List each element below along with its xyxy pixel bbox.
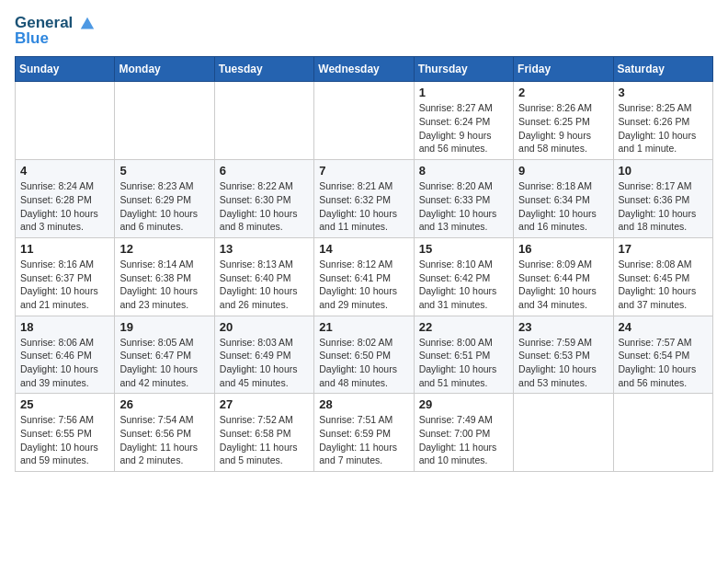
day-detail: Sunrise: 8:24 AM Sunset: 6:28 PM Dayligh… [20, 179, 109, 234]
calendar-cell: 22Sunrise: 8:00 AM Sunset: 6:51 PM Dayli… [414, 316, 513, 394]
day-detail: Sunrise: 8:06 AM Sunset: 6:46 PM Dayligh… [20, 336, 109, 390]
day-number: 3 [619, 86, 708, 99]
day-detail: Sunrise: 8:16 AM Sunset: 6:37 PM Dayligh… [20, 258, 109, 312]
calendar-week-row: 25Sunrise: 7:56 AM Sunset: 6:55 PM Dayli… [16, 394, 713, 472]
day-number: 16 [518, 242, 608, 256]
calendar-cell [16, 82, 115, 160]
day-detail: Sunrise: 7:54 AM Sunset: 6:56 PM Dayligh… [119, 413, 209, 467]
day-detail: Sunrise: 8:21 AM Sunset: 6:32 PM Dayligh… [319, 179, 408, 234]
day-number: 21 [319, 320, 408, 334]
calendar-week-row: 18Sunrise: 8:06 AM Sunset: 6:46 PM Dayli… [16, 316, 713, 394]
day-detail: Sunrise: 8:09 AM Sunset: 6:44 PM Dayligh… [518, 258, 608, 312]
calendar-cell: 5Sunrise: 8:23 AM Sunset: 6:29 PM Daylig… [115, 160, 214, 238]
calendar-cell: 4Sunrise: 8:24 AM Sunset: 6:28 PM Daylig… [16, 160, 115, 238]
day-detail: Sunrise: 8:25 AM Sunset: 6:26 PM Dayligh… [619, 101, 708, 155]
calendar-cell: 8Sunrise: 8:20 AM Sunset: 6:33 PM Daylig… [414, 160, 513, 238]
day-number: 4 [20, 164, 109, 178]
day-detail: Sunrise: 7:52 AM Sunset: 6:58 PM Dayligh… [220, 413, 309, 467]
calendar-cell: 14Sunrise: 8:12 AM Sunset: 6:41 PM Dayli… [314, 237, 414, 316]
day-number: 5 [119, 164, 209, 178]
day-detail: Sunrise: 8:13 AM Sunset: 6:40 PM Dayligh… [220, 258, 309, 312]
day-number: 8 [419, 164, 508, 178]
day-detail: Sunrise: 7:51 AM Sunset: 6:59 PM Dayligh… [319, 413, 408, 467]
weekday-header: Tuesday [214, 57, 313, 82]
day-number: 28 [319, 397, 408, 411]
day-detail: Sunrise: 8:17 AM Sunset: 6:36 PM Dayligh… [619, 179, 708, 234]
day-detail: Sunrise: 8:26 AM Sunset: 6:25 PM Dayligh… [518, 101, 608, 155]
day-number: 24 [619, 320, 708, 334]
calendar-cell: 28Sunrise: 7:51 AM Sunset: 6:59 PM Dayli… [314, 394, 414, 472]
day-number: 27 [220, 397, 309, 411]
weekday-header: Sunday [16, 57, 115, 82]
day-detail: Sunrise: 8:20 AM Sunset: 6:33 PM Dayligh… [419, 179, 508, 234]
day-number: 22 [419, 320, 508, 334]
day-number: 14 [319, 242, 408, 256]
calendar-cell: 25Sunrise: 7:56 AM Sunset: 6:55 PM Dayli… [16, 394, 115, 472]
day-detail: Sunrise: 7:56 AM Sunset: 6:55 PM Dayligh… [20, 413, 109, 467]
day-number: 20 [220, 320, 309, 334]
calendar-cell: 9Sunrise: 8:18 AM Sunset: 6:34 PM Daylig… [514, 160, 613, 238]
day-detail: Sunrise: 8:12 AM Sunset: 6:41 PM Dayligh… [319, 258, 408, 312]
day-number: 10 [619, 164, 708, 178]
day-detail: Sunrise: 8:10 AM Sunset: 6:42 PM Dayligh… [419, 258, 508, 312]
calendar-cell: 18Sunrise: 8:06 AM Sunset: 6:46 PM Dayli… [16, 316, 115, 394]
calendar-cell: 6Sunrise: 8:22 AM Sunset: 6:30 PM Daylig… [214, 160, 313, 238]
day-number: 19 [119, 320, 209, 334]
calendar-cell: 16Sunrise: 8:09 AM Sunset: 6:44 PM Dayli… [514, 237, 613, 316]
calendar-cell [514, 394, 613, 472]
weekday-header: Saturday [613, 57, 712, 82]
day-detail: Sunrise: 8:03 AM Sunset: 6:49 PM Dayligh… [220, 336, 309, 390]
calendar-cell: 19Sunrise: 8:05 AM Sunset: 6:47 PM Dayli… [115, 316, 214, 394]
svg-marker-0 [81, 17, 94, 29]
day-number: 2 [518, 86, 608, 99]
day-number: 23 [518, 320, 608, 334]
logo: General Blue [15, 15, 96, 47]
day-number: 11 [20, 242, 109, 256]
day-detail: Sunrise: 8:27 AM Sunset: 6:24 PM Dayligh… [419, 101, 508, 155]
weekday-header: Friday [514, 57, 613, 82]
calendar-cell [613, 394, 712, 472]
calendar-cell: 11Sunrise: 8:16 AM Sunset: 6:37 PM Dayli… [16, 237, 115, 316]
weekday-header: Thursday [414, 57, 513, 82]
calendar-cell: 7Sunrise: 8:21 AM Sunset: 6:32 PM Daylig… [314, 160, 414, 238]
calendar-cell: 10Sunrise: 8:17 AM Sunset: 6:36 PM Dayli… [613, 160, 712, 238]
day-detail: Sunrise: 7:57 AM Sunset: 6:54 PM Dayligh… [619, 336, 708, 390]
day-number: 25 [20, 397, 109, 411]
day-detail: Sunrise: 7:49 AM Sunset: 7:00 PM Dayligh… [419, 413, 508, 467]
calendar-week-row: 1Sunrise: 8:27 AM Sunset: 6:24 PM Daylig… [16, 82, 713, 160]
day-number: 18 [20, 320, 109, 334]
day-number: 9 [518, 164, 608, 178]
day-detail: Sunrise: 8:18 AM Sunset: 6:34 PM Dayligh… [518, 179, 608, 234]
calendar-cell [214, 82, 313, 160]
calendar-cell: 3Sunrise: 8:25 AM Sunset: 6:26 PM Daylig… [613, 82, 712, 160]
day-detail: Sunrise: 8:00 AM Sunset: 6:51 PM Dayligh… [419, 336, 508, 390]
calendar-cell: 20Sunrise: 8:03 AM Sunset: 6:49 PM Dayli… [214, 316, 313, 394]
calendar-week-row: 11Sunrise: 8:16 AM Sunset: 6:37 PM Dayli… [16, 237, 713, 316]
calendar-cell: 29Sunrise: 7:49 AM Sunset: 7:00 PM Dayli… [414, 394, 513, 472]
day-detail: Sunrise: 8:08 AM Sunset: 6:45 PM Dayligh… [619, 258, 708, 312]
day-number: 12 [119, 242, 209, 256]
calendar-cell [115, 82, 214, 160]
day-number: 13 [220, 242, 309, 256]
calendar-cell: 2Sunrise: 8:26 AM Sunset: 6:25 PM Daylig… [514, 82, 613, 160]
calendar-cell: 23Sunrise: 7:59 AM Sunset: 6:53 PM Dayli… [514, 316, 613, 394]
calendar-cell: 26Sunrise: 7:54 AM Sunset: 6:56 PM Dayli… [115, 394, 214, 472]
calendar-cell: 27Sunrise: 7:52 AM Sunset: 6:58 PM Dayli… [214, 394, 313, 472]
day-number: 29 [419, 397, 508, 411]
calendar-cell: 21Sunrise: 8:02 AM Sunset: 6:50 PM Dayli… [314, 316, 414, 394]
day-detail: Sunrise: 8:22 AM Sunset: 6:30 PM Dayligh… [220, 179, 309, 234]
day-number: 15 [419, 242, 508, 256]
calendar-cell: 1Sunrise: 8:27 AM Sunset: 6:24 PM Daylig… [414, 82, 513, 160]
day-detail: Sunrise: 8:02 AM Sunset: 6:50 PM Dayligh… [319, 336, 408, 390]
calendar-cell: 17Sunrise: 8:08 AM Sunset: 6:45 PM Dayli… [613, 237, 712, 316]
day-detail: Sunrise: 8:05 AM Sunset: 6:47 PM Dayligh… [119, 336, 209, 390]
day-number: 6 [220, 164, 309, 178]
day-number: 17 [619, 242, 708, 256]
day-number: 1 [419, 86, 508, 99]
day-number: 26 [119, 397, 209, 411]
calendar-cell: 13Sunrise: 8:13 AM Sunset: 6:40 PM Dayli… [214, 237, 313, 316]
day-detail: Sunrise: 8:14 AM Sunset: 6:38 PM Dayligh… [119, 258, 209, 312]
calendar-cell: 12Sunrise: 8:14 AM Sunset: 6:38 PM Dayli… [115, 237, 214, 316]
day-detail: Sunrise: 7:59 AM Sunset: 6:53 PM Dayligh… [518, 336, 608, 390]
day-number: 7 [319, 164, 408, 178]
